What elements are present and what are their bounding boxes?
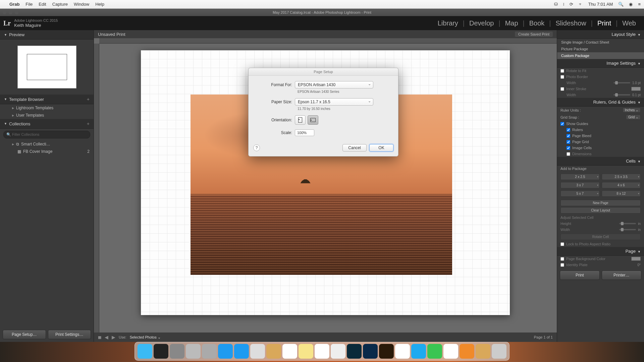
dock-box-icon[interactable] [476, 344, 490, 359]
guide-rulers-checkbox[interactable] [567, 128, 570, 132]
cell-2.5x3.5-button[interactable]: 2.5 x 3.5▾ [602, 174, 641, 180]
create-saved-print-button[interactable]: Create Saved Print [515, 32, 553, 37]
stroke-width-slider[interactable] [613, 94, 630, 96]
dock-photos-icon[interactable] [395, 344, 410, 359]
collection-smart[interactable]: ▶⧉ Smart Collecti… [0, 140, 94, 148]
collections-header[interactable]: ▼Collections+ [0, 119, 94, 129]
dock-ibooks-icon[interactable] [460, 344, 474, 359]
add-template-button[interactable]: + [87, 97, 90, 102]
close-window-button[interactable] [3, 11, 6, 14]
cell-3x7-button[interactable]: 3 x 7▾ [560, 182, 600, 188]
dock-maps2-icon[interactable] [331, 344, 345, 359]
ok-button[interactable]: OK [369, 144, 393, 152]
guide-page-bleed-checkbox[interactable] [567, 134, 570, 138]
dock-finder-icon[interactable] [138, 344, 152, 359]
page-setup-button[interactable]: Page Setup… [3, 330, 46, 339]
zoom-window-button[interactable] [15, 11, 18, 14]
cells-header[interactable]: Cells▼ [557, 157, 644, 166]
dock-siri-icon[interactable] [154, 344, 168, 359]
module-book[interactable]: Book [525, 19, 549, 27]
dock-maps-icon[interactable] [250, 344, 265, 359]
menu-window[interactable]: Window [74, 2, 89, 7]
dock-itunes-icon[interactable] [443, 344, 458, 359]
collection-fb-cover[interactable]: ▦ FB Cover Image2 [0, 148, 94, 155]
menu-edit[interactable]: Edit [39, 2, 46, 7]
template-folder-lightroom[interactable]: ▶Lightroom Templates [0, 104, 94, 112]
layout-style-header[interactable]: Layout Style▼ [557, 30, 644, 39]
menubar-clock[interactable]: Thu 7:01 AM [588, 2, 613, 7]
grid-snap-select[interactable]: Grid ⌄ [626, 115, 641, 120]
page-panel-header[interactable]: Page▼ [557, 247, 644, 256]
inner-stroke-checkbox[interactable] [560, 87, 564, 91]
help-button[interactable]: ? [253, 144, 260, 151]
user-icon[interactable]: ◉ [629, 2, 633, 7]
rulers-grid-guides-header[interactable]: Rulers, Grid & Guides▼ [557, 98, 644, 107]
page-bg-checkbox[interactable] [560, 257, 564, 261]
dock-photoshop-icon[interactable] [363, 344, 378, 359]
dock-launchpad-icon[interactable] [202, 344, 217, 359]
wifi-icon[interactable]: ᯤ [579, 2, 583, 7]
guide-page-grid-checkbox[interactable] [567, 140, 570, 144]
cell-height-slider[interactable] [619, 223, 636, 224]
module-web[interactable]: Web [618, 19, 641, 27]
template-browser-header[interactable]: ▼Template Browser+ [0, 95, 94, 104]
print-button[interactable]: Print [560, 270, 600, 280]
dock-calendar-icon[interactable] [282, 344, 297, 359]
filter-collections-input[interactable]: 🔍 Filter Collections [3, 131, 90, 138]
notifications-icon[interactable]: ≡ [638, 2, 641, 7]
next-page-button[interactable]: ▶ [112, 335, 115, 340]
inner-stroke-color[interactable] [631, 87, 641, 91]
template-folder-user[interactable]: ▶User Templates [0, 112, 94, 119]
module-library[interactable]: Library [433, 19, 463, 27]
cell-4x6-button[interactable]: 4 x 6▾ [602, 182, 641, 188]
style-single-image[interactable]: Single Image / Contact Sheet [557, 39, 644, 46]
menu-help[interactable]: Help [95, 2, 104, 7]
rotate-to-fit-checkbox[interactable] [560, 69, 564, 73]
page-bg-color[interactable] [631, 257, 641, 261]
dropbox-icon[interactable]: ⛁ [554, 2, 558, 7]
cell-width-slider[interactable] [619, 229, 636, 230]
grid-toggle-icon[interactable]: ▦ [98, 335, 101, 340]
spotlight-icon[interactable]: 🔍 [618, 2, 624, 7]
dock-messages-icon[interactable] [411, 344, 426, 359]
dock-notes2-icon[interactable] [266, 344, 281, 359]
guide-dimensions-checkbox[interactable] [567, 152, 570, 156]
dock-safari-icon[interactable] [234, 344, 249, 359]
guide-image-cells-checkbox[interactable] [567, 146, 570, 150]
module-slideshow[interactable]: Slideshow [551, 19, 591, 27]
minimize-window-button[interactable] [9, 11, 12, 14]
scale-input[interactable]: 100% [295, 129, 314, 136]
rotate-cell-button[interactable]: Rotate Cell [560, 234, 641, 240]
image-settings-header[interactable]: Image Settings▼ [557, 59, 644, 68]
dock-bridge-icon[interactable] [379, 344, 394, 359]
add-collection-button[interactable]: + [87, 121, 90, 126]
paper-size-select[interactable]: Epson 11.7 x 16.5 [295, 98, 373, 106]
dock-lightroom-icon[interactable] [347, 344, 362, 359]
preview-panel-header[interactable]: ▼Preview [0, 30, 94, 40]
dock-facetime-icon[interactable] [427, 344, 442, 359]
dock-trash-icon[interactable] [492, 344, 506, 359]
style-picture-package[interactable]: Picture Package [557, 46, 644, 52]
module-map[interactable]: Map [500, 19, 523, 27]
prev-page-button[interactable]: ◀ [105, 335, 108, 340]
dock-appstore-icon[interactable] [218, 344, 233, 359]
photo-border-checkbox[interactable] [560, 75, 564, 79]
dock-reminders-icon[interactable] [315, 344, 329, 359]
identity-plate-checkbox[interactable] [560, 263, 564, 267]
border-width-slider[interactable] [613, 82, 630, 83]
orientation-portrait-button[interactable] [295, 115, 306, 125]
cell-2x2.5-button[interactable]: 2 x 2.5▾ [560, 174, 600, 180]
status-icon[interactable]: ፧ [563, 2, 564, 7]
new-page-button[interactable]: New Page [560, 200, 641, 206]
print-settings-button[interactable]: Print Settings… [48, 330, 91, 339]
lock-aspect-checkbox[interactable] [560, 242, 564, 246]
clear-layout-button[interactable]: Clear Layout [560, 207, 641, 214]
module-develop[interactable]: Develop [465, 19, 498, 27]
style-custom-package[interactable]: Custom Package [557, 52, 644, 59]
dock-notes-icon[interactable] [299, 344, 313, 359]
ruler-units-select[interactable]: Inches ⌄ [623, 108, 641, 113]
cancel-button[interactable]: Cancel [342, 144, 367, 152]
format-for-select[interactable]: EPSON Artisan 1430 [295, 81, 373, 88]
menu-file[interactable]: File [25, 2, 33, 7]
printer-button[interactable]: Printer… [602, 270, 642, 280]
